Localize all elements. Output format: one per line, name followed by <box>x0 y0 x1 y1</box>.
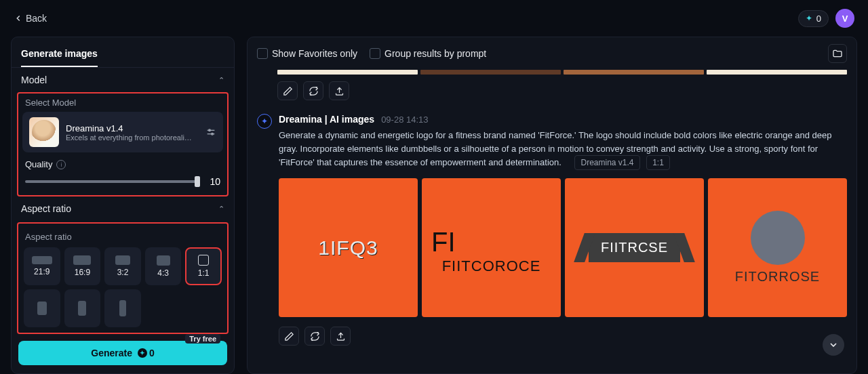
result-tile[interactable]: FITORROSE <box>708 178 847 317</box>
generation-prompt: Generate a dynamic and energetic logo fo… <box>279 130 832 167</box>
upload-icon <box>334 86 344 96</box>
ratio-21-9[interactable]: 21:9 <box>24 247 60 285</box>
model-section-title: Model <box>21 75 47 85</box>
ratio-extra-2[interactable] <box>64 289 101 327</box>
result-tile[interactable]: FIITRCSE <box>565 178 704 317</box>
upload-button[interactable] <box>330 327 351 346</box>
model-card[interactable]: Dreamina v1.4 Excels at everything from … <box>22 112 223 152</box>
tag-model: Dreamina v1.4 <box>574 155 639 170</box>
regenerate-button[interactable] <box>303 81 323 100</box>
back-button[interactable]: Back <box>14 13 47 24</box>
edit-button[interactable] <box>279 327 299 346</box>
generate-button[interactable]: Try free Generate ✦0 <box>18 341 227 365</box>
back-label: Back <box>26 13 47 24</box>
edit-button[interactable] <box>277 81 298 100</box>
ratio-extra-1[interactable] <box>24 289 60 327</box>
model-section-header[interactable]: Model ⌃ <box>12 68 234 88</box>
model-thumbnail <box>29 117 59 147</box>
select-model-label: Select Model <box>22 98 223 112</box>
select-model-block: Select Model Dreamina v1.4 Excels at eve… <box>17 92 229 196</box>
chevron-up-icon: ⌃ <box>218 205 224 213</box>
upload-button[interactable] <box>329 81 349 100</box>
chevron-up-icon: ⌃ <box>218 76 224 85</box>
regenerate-button[interactable] <box>304 327 325 346</box>
swatch <box>564 70 704 75</box>
aspect-section-title: Aspect ratio <box>21 203 71 214</box>
swatch <box>277 70 418 75</box>
model-name: Dreamina v1.4 <box>66 123 199 133</box>
ratio-3-2[interactable]: 3:2 <box>104 247 141 285</box>
model-settings-button[interactable] <box>205 127 216 138</box>
generation-meta: 09-28 14:13 <box>381 115 428 125</box>
ratio-4-3[interactable]: 4:3 <box>145 247 182 285</box>
result-tile[interactable]: 1IFQ3 <box>279 178 418 317</box>
slider-knob[interactable] <box>195 176 200 187</box>
aspect-section-header[interactable]: Aspect ratio ⌃ <box>12 196 234 217</box>
refresh-icon <box>309 86 319 96</box>
sliders-icon <box>205 127 216 138</box>
quality-slider[interactable] <box>25 180 200 183</box>
quality-label: Quality <box>25 159 52 169</box>
source-avatar: ✦ <box>257 114 272 129</box>
chevron-down-icon <box>828 339 839 350</box>
credits-pill[interactable]: ✦ 0 <box>798 10 829 27</box>
model-desc: Excels at everything from photoreali… <box>66 133 199 142</box>
refresh-icon <box>310 331 320 341</box>
sidebar: Generate images Model ⌃ Select Model Dre… <box>11 37 235 374</box>
generate-label: Generate <box>91 348 132 358</box>
result-tile[interactable]: FI FIITCOROCE <box>422 178 561 317</box>
lifter-graphic <box>751 211 805 265</box>
folder-icon <box>832 48 843 59</box>
upload-icon <box>336 331 346 341</box>
checkbox-icon <box>370 48 380 59</box>
avatar[interactable]: V <box>835 9 854 28</box>
pencil-icon <box>283 86 293 96</box>
avatar-initial: V <box>842 14 848 24</box>
result-grid: 1IFQ3 FI FIITCOROCE FIITRCSE FITORROSE <box>279 178 847 317</box>
folder-button[interactable] <box>828 44 847 63</box>
aspect-sublabel: Aspect ratio <box>22 226 223 247</box>
credits-value: 0 <box>816 14 821 24</box>
swatch <box>707 70 847 75</box>
group-by-prompt-checkbox[interactable]: Group results by prompt <box>370 48 486 59</box>
tag-ratio: 1:1 <box>646 155 670 170</box>
emblem-label: FIITRCSE <box>589 233 680 262</box>
scroll-down-button[interactable] <box>823 334 844 356</box>
aspect-ratio-block: Aspect ratio 21:9 16:9 3:2 4:3 1:1 <box>17 222 229 334</box>
chevron-left-icon <box>14 14 23 23</box>
pencil-icon <box>284 331 294 341</box>
show-favorites-checkbox[interactable]: Show Favorites only <box>257 48 357 59</box>
generate-cost: 0 <box>149 348 155 358</box>
main-panel: Show Favorites only Group results by pro… <box>247 37 857 374</box>
tab-generate-images[interactable]: Generate images <box>21 44 98 67</box>
ratio-extra-3[interactable] <box>104 289 141 327</box>
info-icon[interactable]: i <box>56 160 66 169</box>
coin-icon: ✦ <box>138 348 147 358</box>
generation-title: Dreamina | AI images <box>279 114 374 125</box>
credit-icon: ✦ <box>806 14 812 23</box>
ratio-16-9[interactable]: 16:9 <box>64 247 101 285</box>
palette-row <box>277 70 847 75</box>
checkbox-icon <box>257 48 268 59</box>
try-free-badge: Try free <box>185 334 220 344</box>
ratio-1-1[interactable]: 1:1 <box>185 247 222 285</box>
quality-value: 10 <box>207 176 220 187</box>
swatch <box>420 70 561 75</box>
